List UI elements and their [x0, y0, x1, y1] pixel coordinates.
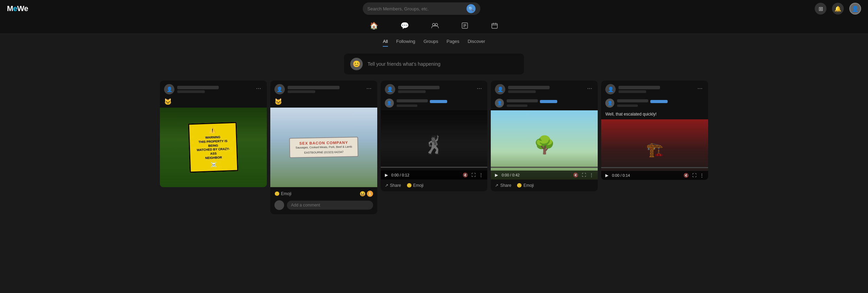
more-video-options[interactable]: ⋮ — [478, 173, 484, 177]
share-icon: ↗ — [385, 183, 388, 188]
svg-point-1 — [435, 23, 438, 26]
filter-groups[interactable]: Groups — [424, 39, 438, 47]
video-controls: ▶ 0:00 / 0:14 🔇 ⛶ ⋮ — [601, 171, 708, 180]
post-username — [177, 86, 219, 89]
pages-tab-icon[interactable] — [458, 19, 471, 32]
app-logo: MeWe — [7, 4, 28, 13]
more-options-button[interactable]: ··· — [365, 84, 373, 93]
filter-following[interactable]: Following — [396, 39, 415, 47]
post-image-truck: SEX BACON COMPANY Sausages, Cooked Meats… — [270, 108, 377, 187]
post-timestamp — [508, 90, 536, 93]
video-thumbnail: 🕺 — [381, 110, 488, 180]
search-input[interactable] — [368, 6, 464, 11]
groups-tab-icon[interactable] — [428, 19, 442, 32]
post-timestamp — [398, 90, 426, 93]
post-input-avatar: 😊 — [350, 58, 363, 70]
post-input-row[interactable]: 😊 Tell your friends what's happening — [344, 54, 524, 74]
grid-icon-button[interactable]: ⊞ — [815, 3, 826, 15]
sub-username — [397, 99, 428, 102]
mute-button[interactable]: 🔇 — [572, 173, 579, 177]
play-button[interactable]: ▶ — [494, 173, 499, 177]
bell-icon-button[interactable]: 🔔 — [832, 3, 844, 15]
second-nav: 🏠 💬 — [0, 17, 868, 34]
post-avatar: 👤 — [495, 84, 505, 94]
fullscreen-button[interactable]: ⛶ — [691, 173, 697, 178]
video-post-card: 👤 ··· 👤 — [491, 81, 598, 191]
post-actions: 🙂 Emoji 😆 1 — [270, 187, 377, 200]
shared-from: 👤 — [381, 97, 488, 110]
post-card: 👤 ··· 🐱 ⚠️ WARNINGTHIS PROPERTY IS BEING… — [160, 81, 267, 187]
emoji-reaction: 🙂 Emoji — [517, 183, 534, 188]
commenter-avatar — [274, 200, 284, 210]
post-header: 👤 ··· — [270, 81, 377, 97]
video-progress-bar[interactable] — [491, 167, 598, 168]
play-button[interactable]: ▶ — [384, 173, 389, 177]
mute-button[interactable]: 🔇 — [683, 173, 689, 178]
svg-point-0 — [433, 23, 435, 26]
fullscreen-button[interactable]: ⛶ — [581, 173, 587, 177]
post-emoji: 🐱 — [160, 97, 267, 108]
post-username — [618, 86, 660, 89]
post-header: 👤 ··· — [381, 81, 488, 97]
video-progress-bar[interactable] — [601, 167, 708, 168]
post-username — [508, 86, 550, 89]
post-timestamp — [618, 90, 646, 93]
sub-username-highlight — [540, 100, 557, 103]
post-avatar: 👤 — [385, 84, 395, 94]
share-button[interactable]: ↗ Share — [385, 183, 401, 188]
calendar-tab-icon[interactable] — [488, 19, 501, 32]
post-header: 👤 ··· — [601, 81, 708, 97]
filter-pages[interactable]: Pages — [446, 39, 459, 47]
more-options-button[interactable]: ··· — [255, 84, 263, 93]
emoji-reaction: 🙂 Emoji — [274, 191, 291, 196]
shared-from: 👤 — [601, 97, 708, 110]
messages-tab-icon[interactable]: 💬 — [398, 19, 412, 33]
more-options-button[interactable]: ··· — [696, 84, 704, 93]
filter-tabs: All Following Groups Pages Discover — [0, 34, 868, 50]
comment-input[interactable] — [287, 201, 373, 210]
post-header: 👤 ··· — [160, 81, 267, 97]
more-options-button[interactable]: ··· — [475, 84, 483, 93]
sub-avatar: 👤 — [605, 99, 614, 108]
search-bar[interactable]: 🔍 — [363, 2, 480, 15]
top-nav: MeWe 🔍 ⊞ 🔔 👤 — [0, 0, 868, 17]
video-time: 0:00 / 0:14 — [612, 173, 680, 177]
video-container[interactable]: 🌳 ▶ 0:00 / 0:42 🔇 ⛶ ⋮ — [491, 110, 598, 180]
post-header: 👤 ··· — [491, 81, 598, 97]
post-actions: ↗ Share 🙂 Emoji — [381, 180, 488, 191]
sub-avatar: 👤 — [385, 99, 394, 108]
video-progress-bar[interactable] — [381, 167, 488, 168]
more-options-button[interactable]: ··· — [586, 84, 594, 93]
video-controls: ▶ 0:00 / 0:42 🔇 ⛶ ⋮ — [491, 171, 598, 180]
search-button[interactable]: 🔍 — [467, 4, 476, 13]
post-card: 👤 ··· 🐱 SEX BACON COMPANY Sausages, Cook… — [270, 81, 377, 214]
more-video-options[interactable]: ⋮ — [699, 173, 705, 178]
home-tab-icon[interactable]: 🏠 — [367, 19, 381, 33]
warning-sign: ⚠️ WARNINGTHIS PROPERTY IS BEINGWATCHED … — [188, 122, 238, 173]
sub-username-highlight — [650, 100, 668, 103]
svg-rect-6 — [492, 24, 497, 28]
more-video-options[interactable]: ⋮ — [589, 173, 594, 177]
mute-button[interactable]: 🔇 — [462, 173, 469, 177]
fullscreen-button[interactable]: ⛶ — [471, 173, 476, 177]
post-user-info: 👤 — [385, 84, 476, 94]
video-container[interactable]: 🕺 ▶ 0:00 / 0:12 🔇 ⛶ ⋮ — [381, 110, 488, 180]
share-button[interactable]: ↗ Share — [495, 183, 511, 188]
post-avatar: 👤 — [164, 84, 174, 94]
sub-username-highlight — [430, 100, 447, 103]
share-icon: ↗ — [495, 183, 498, 188]
post-user-info: 👤 — [605, 84, 696, 94]
user-avatar[interactable]: 👤 — [849, 3, 861, 15]
post-text: Well, that escalated quickly! — [601, 110, 708, 119]
play-button[interactable]: ▶ — [605, 173, 609, 178]
emoji-icon: 🙂 — [517, 183, 522, 188]
video-time: 0:00 / 0:42 — [501, 173, 570, 177]
filter-all[interactable]: All — [383, 39, 388, 47]
video-thumbnail: 🌳 — [491, 110, 598, 180]
emoji-reaction: 🙂 Emoji — [407, 183, 424, 188]
emoji-icon: 🙂 — [407, 183, 412, 188]
post-actions: ↗ Share 🙂 Emoji — [491, 180, 598, 191]
sub-timestamp — [507, 104, 527, 107]
filter-discover[interactable]: Discover — [468, 39, 485, 47]
video-container[interactable]: 🏗️ ▶ 0:00 / 0:14 🔇 ⛶ ⋮ — [601, 119, 708, 180]
